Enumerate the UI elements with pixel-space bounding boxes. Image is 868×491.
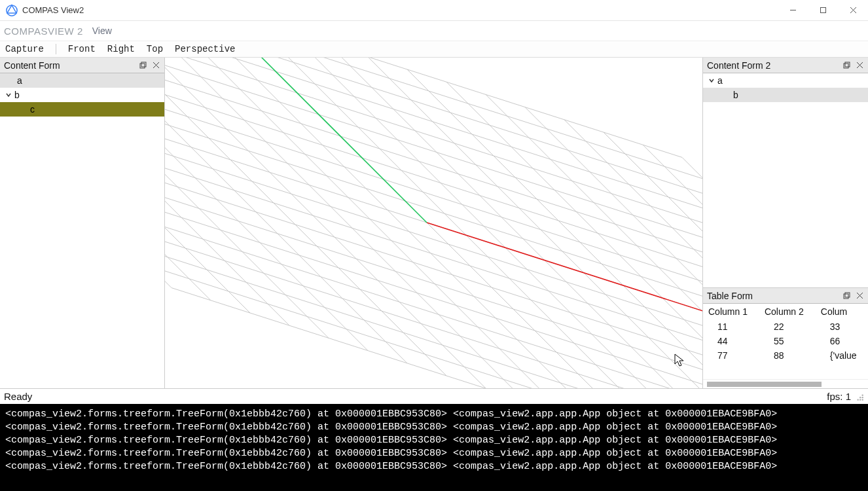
table-form-table[interactable]: Column 1Column 2Colum1122334455667788{'v… [703, 304, 868, 379]
tree-item-label: a [717, 75, 723, 86]
svg-line-30 [165, 58, 368, 351]
panel-head-content-form-2: Content Form 2 [703, 58, 868, 73]
panel-head-table-form: Table Form [703, 288, 868, 304]
tool-front[interactable]: Front [68, 44, 96, 54]
svg-rect-54 [845, 293, 850, 297]
tree-item[interactable]: b [0, 88, 164, 102]
table-cell: 22 [759, 319, 816, 334]
svg-point-0 [7, 5, 17, 15]
chevron-down-icon[interactable] [707, 77, 716, 84]
tool-top[interactable]: Top [147, 44, 163, 54]
svg-line-50 [427, 223, 702, 373]
tree-item[interactable]: c [0, 102, 164, 117]
panel-title: Table Form [707, 291, 839, 301]
table-cell: 33 [816, 319, 868, 334]
table-cell: 66 [816, 334, 868, 348]
svg-point-58 [862, 397, 863, 398]
svg-line-38 [250, 58, 682, 388]
panel-title: Content Form [4, 60, 136, 71]
table-cell: 11 [703, 319, 759, 334]
close-panel-icon[interactable] [854, 290, 865, 302]
svg-rect-53 [844, 64, 848, 68]
table-row[interactable]: 445566 [703, 334, 868, 348]
brand-label: COMPASVIEW 2 [4, 26, 83, 37]
minimize-button[interactable] [778, 0, 808, 21]
svg-rect-2 [141, 62, 146, 67]
right-dock: Content Form 2 ab Table Form Column 1Col… [702, 58, 868, 388]
table-h-scrollbar[interactable] [703, 379, 868, 388]
table-cell: 44 [703, 334, 759, 348]
svg-line-34 [165, 58, 525, 388]
toolbar-separator [56, 44, 56, 54]
left-dock: Content Form abc [0, 58, 165, 388]
svg-line-10 [165, 158, 702, 388]
svg-rect-3 [140, 64, 145, 68]
titlebar: COMPAS View2 [0, 0, 868, 21]
close-panel-icon[interactable] [854, 60, 865, 71]
svg-line-40 [329, 58, 702, 388]
svg-line-17 [165, 58, 702, 308]
status-ready: Ready [4, 391, 827, 402]
svg-rect-55 [844, 294, 848, 299]
svg-rect-52 [845, 62, 850, 67]
table-header[interactable]: Column 1 [703, 304, 759, 319]
undock-icon[interactable] [137, 60, 149, 71]
svg-line-19 [165, 58, 702, 265]
svg-point-61 [862, 394, 863, 395]
maximize-button[interactable] [808, 0, 838, 21]
tree-item-label: a [17, 75, 22, 86]
workspace: Content Form abc Content Form 2 ab Table… [0, 58, 868, 388]
svg-point-60 [859, 397, 861, 398]
tool-capture[interactable]: Capture [5, 44, 44, 54]
svg-point-57 [859, 399, 861, 400]
svg-rect-1 [820, 8, 825, 13]
table-cell: {'value [816, 348, 868, 363]
undock-icon[interactable] [841, 60, 852, 71]
svg-line-12 [165, 115, 702, 388]
tree-item[interactable]: a [703, 73, 868, 88]
app-icon [5, 4, 18, 17]
menu-view[interactable]: View [92, 26, 112, 36]
table-cell: 88 [759, 348, 816, 363]
svg-point-59 [858, 399, 859, 400]
toolbar: Capture Front Right Top Perspective [0, 41, 868, 58]
undock-icon[interactable] [841, 290, 852, 302]
table-row[interactable]: 7788{'value [703, 348, 868, 363]
tree-item[interactable]: a [0, 73, 164, 88]
svg-line-11 [165, 137, 702, 388]
console-output: <compas_view2.forms.treeform.TreeForm(0x… [0, 404, 868, 491]
chevron-down-icon[interactable] [4, 92, 13, 98]
svg-line-14 [165, 72, 702, 374]
table-header[interactable]: Column 2 [759, 304, 816, 319]
tool-right[interactable]: Right [107, 44, 135, 54]
svg-line-24 [165, 58, 682, 157]
tree-item[interactable]: b [703, 88, 868, 102]
svg-line-25 [165, 58, 172, 288]
table-header[interactable]: Colum [816, 304, 868, 319]
content-form-2-tree[interactable]: ab [703, 73, 868, 287]
panel-head-content-form: Content Form [0, 58, 164, 73]
status-bar: Ready fps: 1 [0, 388, 868, 404]
svg-line-27 [165, 58, 250, 313]
window-title: COMPAS View2 [22, 5, 778, 15]
viewport-3d[interactable] [165, 58, 702, 388]
svg-line-28 [165, 58, 289, 325]
close-panel-icon[interactable] [150, 60, 162, 71]
svg-line-15 [165, 58, 702, 352]
tree-item-label: b [14, 90, 20, 100]
svg-line-6 [165, 245, 702, 388]
app-header: COMPASVIEW 2 View [0, 21, 868, 41]
table-row[interactable]: 112233 [703, 319, 868, 334]
tree-item-label: b [733, 90, 738, 100]
svg-point-56 [862, 399, 863, 400]
panel-title: Content Form 2 [707, 60, 839, 71]
resize-grip-icon[interactable] [855, 392, 864, 401]
tool-perspective[interactable]: Perspective [175, 44, 235, 54]
table-cell: 77 [703, 348, 759, 363]
tree-item-label: c [30, 104, 35, 115]
content-form-tree[interactable]: abc [0, 73, 164, 388]
svg-line-21 [165, 58, 702, 222]
grid-canvas [165, 58, 702, 388]
close-button[interactable] [838, 0, 868, 21]
status-fps: fps: 1 [827, 391, 851, 402]
